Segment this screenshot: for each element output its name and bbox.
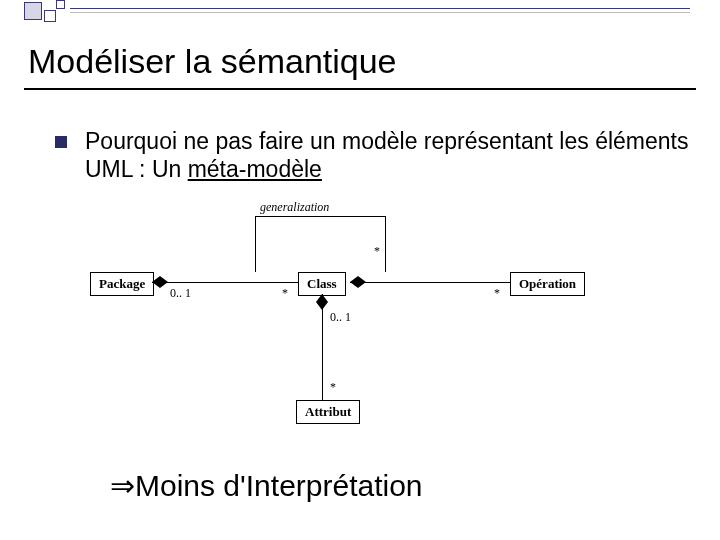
uml-box-operation: Opération [510,272,585,296]
svg-marker-2 [316,294,328,310]
mult-attr-star: * [330,380,336,395]
implies-arrow-icon: ⇒ [110,469,135,502]
uml-box-class: Class [298,272,346,296]
mult-pkg-star: * [282,286,288,301]
bullet-text-part1: Pourquoi ne pas faire un modèle représen… [85,128,688,182]
composition-diamond-icon [350,276,366,288]
svg-marker-1 [350,276,366,288]
conclusion-text: Moins d'Interprétation [135,469,423,502]
slide-decoration [0,0,720,28]
mult-op-star: * [494,286,500,301]
composition-diamond-icon [316,294,328,310]
bullet-text-part2: méta-modèle [188,156,322,182]
mult-gen-star: * [374,244,380,259]
title-underline [24,88,696,90]
uml-box-attribut: Attribut [296,400,360,424]
uml-box-package: Package [90,272,154,296]
mult-pkg-zeroone: 0.. 1 [170,286,191,301]
uml-diagram: generalization * Package Class Opération… [90,210,630,440]
bullet-text: Pourquoi ne pas faire un modèle représen… [85,128,690,183]
slide-title: Modéliser la sémantique [28,42,397,81]
conclusion: ⇒Moins d'Interprétation [110,468,423,503]
svg-marker-0 [152,276,168,288]
mult-attr-zeroone: 0.. 1 [330,310,351,325]
bullet-item: Pourquoi ne pas faire un modèle représen… [55,128,690,183]
generalization-label: generalization [260,200,329,215]
bullet-marker-icon [55,136,67,148]
composition-diamond-icon [152,276,168,288]
